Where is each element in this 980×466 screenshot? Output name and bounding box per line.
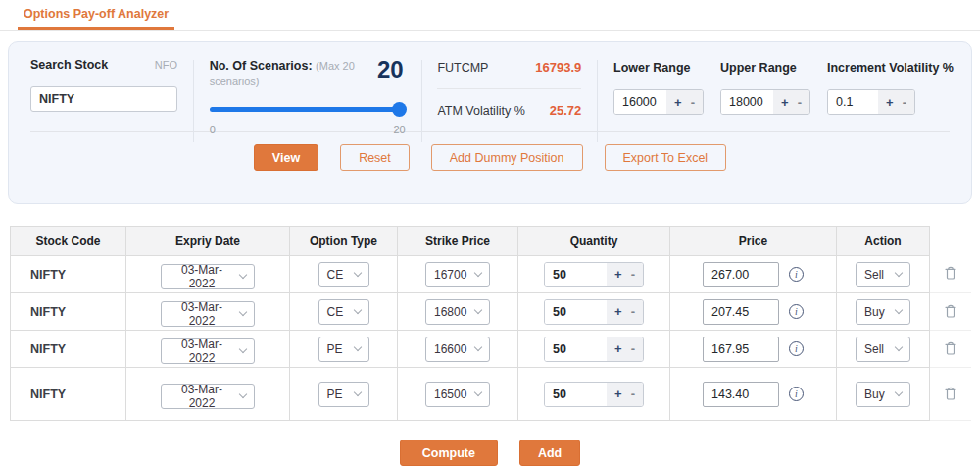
- strike-price-select[interactable]: 16500: [425, 382, 490, 407]
- chevron-down-icon: [895, 388, 903, 396]
- plus-button[interactable]: +: [614, 342, 622, 355]
- header-option-type: Option Type: [290, 227, 398, 256]
- scenarios-label: No. Of Scenarios:: [210, 59, 313, 73]
- chevron-down-icon: [474, 269, 482, 277]
- header-strike-price: Strike Price: [398, 227, 518, 256]
- option-type-select[interactable]: CE: [318, 299, 369, 325]
- upper-range-label: Upper Range: [720, 61, 797, 75]
- minus-button[interactable]: -: [631, 268, 635, 281]
- upper-range-stepper[interactable]: 18000 + -: [720, 89, 810, 115]
- chevron-down-icon: [239, 345, 247, 353]
- header-expiry-date: Expriy Date: [126, 227, 290, 256]
- chevron-down-icon: [239, 271, 247, 279]
- plus-button[interactable]: +: [886, 96, 894, 109]
- search-stock-label: Search Stock: [30, 58, 108, 72]
- strike-price-select[interactable]: 16600: [425, 337, 490, 362]
- action-select[interactable]: Buy: [856, 299, 910, 325]
- trash-icon: [943, 339, 958, 356]
- plus-button[interactable]: +: [614, 305, 622, 318]
- minus-button[interactable]: -: [798, 96, 802, 109]
- expiry-date-select[interactable]: 03-Mar-2022: [161, 301, 255, 327]
- slider-min-label: 0: [210, 124, 216, 135]
- stock-code-cell: NIFTY: [11, 331, 126, 368]
- chevron-down-icon: [353, 343, 361, 351]
- plus-button[interactable]: +: [614, 388, 622, 400]
- search-stock-input[interactable]: [30, 86, 177, 112]
- chevron-down-icon: [474, 343, 482, 351]
- add-dummy-position-button[interactable]: Add Dummy Position: [431, 144, 583, 171]
- expiry-date-select[interactable]: 03-Mar-2022: [161, 264, 255, 289]
- option-type-select[interactable]: PE: [318, 382, 369, 407]
- option-type-select[interactable]: PE: [318, 337, 369, 362]
- stock-code-cell: NIFTY: [11, 293, 126, 331]
- lower-range-value[interactable]: 16000: [614, 90, 666, 114]
- delete-row-button[interactable]: [941, 262, 960, 285]
- trash-icon: [943, 302, 958, 319]
- price-input[interactable]: [703, 262, 779, 287]
- increment-volatility-value[interactable]: 0.1: [828, 90, 878, 114]
- scenarios-slider[interactable]: [210, 102, 406, 117]
- info-icon[interactable]: i: [789, 341, 804, 356]
- info-icon[interactable]: i: [789, 267, 804, 282]
- plus-button[interactable]: +: [781, 96, 789, 109]
- view-button[interactable]: View: [254, 144, 318, 171]
- quantity-stepper[interactable]: 50+-: [544, 382, 644, 407]
- strike-price-select[interactable]: 16800: [425, 299, 490, 325]
- exchange-badge: NFO: [155, 59, 177, 71]
- action-select[interactable]: Sell: [856, 262, 910, 287]
- lower-range-label: Lower Range: [613, 61, 691, 75]
- minus-button[interactable]: -: [903, 96, 906, 109]
- price-input[interactable]: [703, 382, 779, 407]
- lower-range-stepper[interactable]: 16000 + -: [613, 89, 704, 115]
- increment-volatility-stepper[interactable]: 0.1 + -: [827, 89, 915, 115]
- expiry-date-select[interactable]: 03-Mar-2022: [161, 338, 255, 364]
- chevron-down-icon: [353, 388, 361, 396]
- info-icon[interactable]: i: [789, 304, 804, 319]
- action-select[interactable]: Buy: [856, 382, 910, 407]
- lower-range-block: Lower Range 16000 + -: [613, 58, 704, 129]
- add-button[interactable]: Add: [519, 440, 580, 466]
- minus-button[interactable]: -: [691, 96, 695, 109]
- panel-divider: [30, 131, 950, 132]
- vertical-divider: [421, 60, 422, 142]
- slider-track[interactable]: [210, 107, 406, 112]
- action-select[interactable]: Sell: [856, 337, 910, 362]
- table-row: NIFTY 03-Mar-2022 PE 16600 50+- i Sell: [11, 331, 971, 368]
- chevron-down-icon: [239, 390, 247, 398]
- strike-price-select[interactable]: 16700: [425, 262, 490, 287]
- header-stock-code: Stock Code: [11, 227, 126, 256]
- minus-button[interactable]: -: [631, 342, 635, 355]
- compute-button[interactable]: Compute: [400, 440, 498, 466]
- delete-row-button[interactable]: [941, 300, 960, 324]
- header-quantity: Quantity: [518, 227, 670, 256]
- upper-range-value[interactable]: 18000: [721, 90, 773, 114]
- info-icon[interactable]: i: [789, 387, 804, 401]
- price-input[interactable]: [703, 337, 779, 362]
- header-action: Action: [837, 227, 930, 256]
- stock-code-cell: NIFTY: [11, 368, 126, 421]
- scenarios-value: 20: [377, 56, 404, 83]
- option-type-select[interactable]: CE: [318, 262, 369, 287]
- delete-row-button[interactable]: [941, 337, 960, 361]
- slider-handle[interactable]: [392, 102, 407, 117]
- settings-panel: Search Stock NFO No. Of Scenarios: (Max …: [8, 41, 972, 204]
- delete-row-button[interactable]: [941, 383, 960, 406]
- quantity-stepper[interactable]: 50+-: [544, 299, 644, 325]
- plus-button[interactable]: +: [674, 96, 682, 109]
- tab-bar: Options Pay-off Analyzer: [0, 0, 980, 31]
- minus-button[interactable]: -: [631, 388, 635, 400]
- chevron-down-icon: [474, 306, 482, 314]
- chevron-down-icon: [895, 343, 903, 351]
- price-input[interactable]: [703, 299, 779, 325]
- expiry-date-select[interactable]: 03-Mar-2022: [161, 384, 255, 409]
- upper-range-block: Upper Range 18000 + -: [720, 58, 810, 129]
- plus-button[interactable]: +: [614, 268, 622, 281]
- futcmp-value: 16793.9: [535, 60, 581, 75]
- tab-options-payoff-analyzer[interactable]: Options Pay-off Analyzer: [18, 0, 174, 30]
- atm-volatility-label: ATM Volatility %: [437, 104, 524, 118]
- reset-button[interactable]: Reset: [340, 144, 410, 171]
- minus-button[interactable]: -: [631, 305, 635, 318]
- quantity-stepper[interactable]: 50+-: [544, 262, 644, 287]
- quantity-stepper[interactable]: 50+-: [544, 337, 644, 362]
- export-to-excel-button[interactable]: Export To Excel: [605, 144, 727, 171]
